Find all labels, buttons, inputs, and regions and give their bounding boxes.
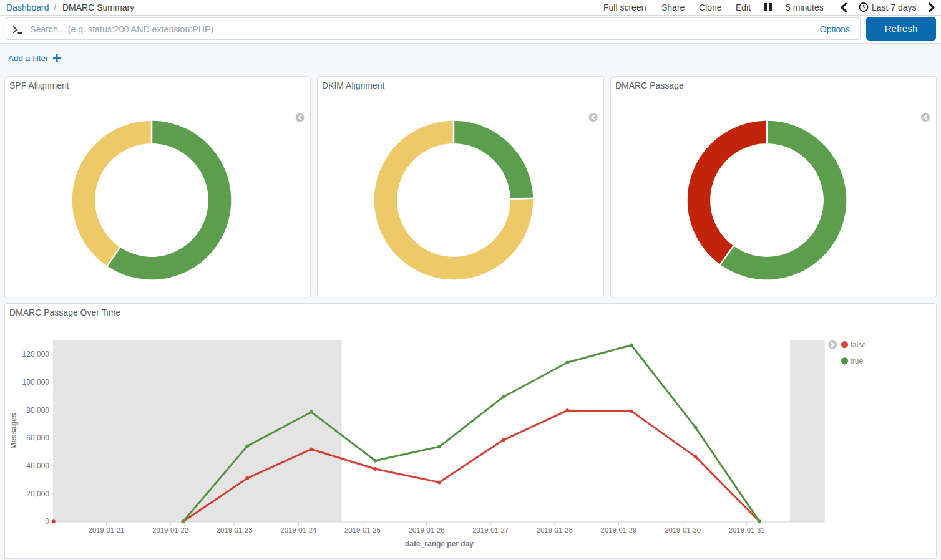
svg-text:true: true bbox=[851, 357, 864, 365]
svg-text:date_range per day: date_range per day bbox=[405, 539, 474, 548]
svg-text:120,000: 120,000 bbox=[22, 350, 50, 359]
svg-text:2019-01-26: 2019-01-26 bbox=[409, 526, 445, 534]
svg-text:80,000: 80,000 bbox=[26, 406, 49, 415]
svg-text:2019-01-23: 2019-01-23 bbox=[217, 526, 253, 534]
svg-text:false: false bbox=[851, 340, 867, 349]
svg-text:100,000: 100,000 bbox=[22, 378, 50, 387]
svg-text:2019-01-24: 2019-01-24 bbox=[281, 526, 317, 534]
svg-text:2019-01-31: 2019-01-31 bbox=[729, 526, 765, 534]
svg-text:Messages: Messages bbox=[9, 413, 18, 449]
svg-text:2019-01-28: 2019-01-28 bbox=[537, 526, 573, 534]
svg-text:2019-01-27: 2019-01-27 bbox=[472, 526, 509, 534]
svg-text:2019-01-25: 2019-01-25 bbox=[344, 526, 381, 534]
svg-text:40,000: 40,000 bbox=[26, 461, 49, 470]
svg-text:2019-01-22: 2019-01-22 bbox=[152, 526, 188, 534]
svg-text:20,000: 20,000 bbox=[26, 490, 49, 498]
svg-text:2019-01-30: 2019-01-30 bbox=[665, 526, 701, 534]
svg-text:60,000: 60,000 bbox=[26, 433, 49, 442]
svg-text:2019-01-29: 2019-01-29 bbox=[601, 526, 637, 534]
svg-text:0: 0 bbox=[45, 517, 49, 526]
svg-text:2019-01-21: 2019-01-21 bbox=[89, 526, 125, 534]
